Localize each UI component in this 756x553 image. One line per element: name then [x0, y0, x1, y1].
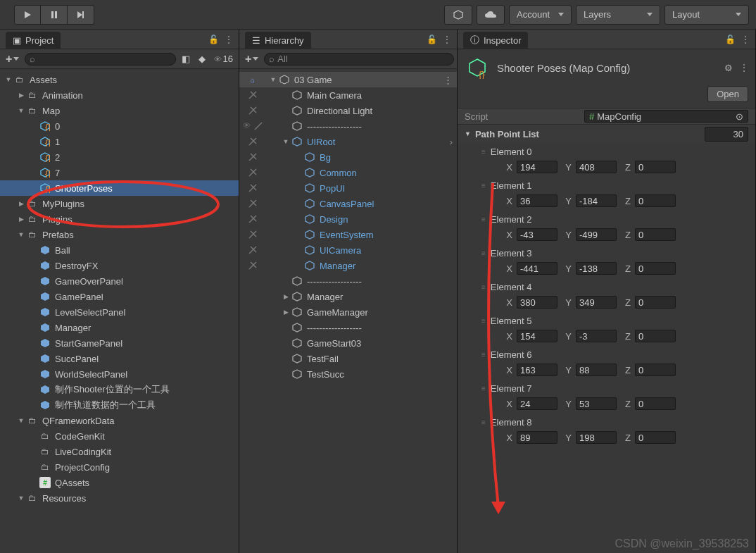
visibility-gutter[interactable] — [239, 90, 266, 100]
hierarchy-item[interactable]: CanvasPanel — [266, 196, 457, 211]
x-input[interactable] — [517, 431, 557, 444]
project-item[interactable]: 🗀Map — [0, 103, 239, 118]
project-item[interactable]: #QAssets — [0, 475, 239, 490]
project-item[interactable]: 🗀Plugins — [0, 211, 239, 227]
y-input[interactable] — [576, 364, 617, 376]
hierarchy-item[interactable]: GameStart03 — [266, 335, 457, 351]
visibility-gutter[interactable] — [239, 168, 266, 178]
x-input[interactable] — [517, 262, 557, 275]
visibility-gutter[interactable] — [239, 261, 266, 271]
object-picker-icon[interactable]: ⊙ — [736, 111, 743, 122]
z-input[interactable] — [635, 296, 676, 309]
hierarchy-item[interactable]: ------------------ — [266, 273, 457, 289]
project-item[interactable]: Ball — [0, 242, 239, 258]
script-object-field[interactable]: #MapConfig ⊙ — [584, 110, 748, 123]
x-input[interactable] — [517, 330, 557, 342]
visibility-gutter[interactable] — [239, 106, 266, 116]
hierarchy-item[interactable]: Manager — [266, 289, 457, 304]
visibility-gutter[interactable] — [239, 183, 266, 193]
play-button[interactable] — [14, 5, 41, 25]
filter-type-icon[interactable]: ◧ — [179, 54, 193, 64]
x-input[interactable] — [517, 194, 557, 207]
chevron-right-icon[interactable]: › — [450, 137, 453, 147]
y-input[interactable] — [576, 161, 617, 173]
y-input[interactable] — [576, 262, 617, 275]
visibility-gutter[interactable] — [239, 245, 266, 255]
y-input[interactable] — [576, 296, 617, 309]
context-menu-icon[interactable]: ⋮ — [740, 63, 748, 73]
hierarchy-item[interactable]: EventSystem — [266, 227, 457, 242]
project-item[interactable]: GameOverPanel — [0, 273, 239, 289]
x-input[interactable] — [517, 364, 557, 376]
hierarchy-item[interactable]: Directional Light — [266, 103, 457, 118]
hierarchy-item[interactable]: ------------------ — [266, 118, 457, 134]
layout-dropdown[interactable]: Layout — [664, 5, 749, 25]
drag-handle-icon[interactable]: ≡ — [481, 148, 486, 156]
hierarchy-item[interactable]: TestFail — [266, 351, 457, 366]
tree-arrow[interactable] — [282, 293, 290, 300]
project-item[interactable]: DestroyFX — [0, 258, 239, 273]
project-item[interactable]: 🗀LiveCodingKit — [0, 444, 239, 459]
hierarchy-item[interactable]: UICamera — [266, 242, 457, 258]
tree-arrow[interactable] — [17, 92, 25, 99]
layers-dropdown[interactable]: Layers — [576, 5, 660, 25]
project-item[interactable]: 🗀Resources — [0, 490, 239, 506]
z-input[interactable] — [635, 431, 676, 444]
project-search[interactable]: ⌕ — [25, 53, 175, 66]
project-item[interactable]: 🗀MyPlugins — [0, 196, 239, 211]
z-input[interactable] — [635, 194, 676, 207]
open-button[interactable]: Open — [707, 86, 748, 102]
project-item[interactable]: {}7 — [0, 165, 239, 180]
tree-arrow[interactable] — [17, 200, 25, 207]
visibility-gutter[interactable] — [239, 214, 266, 224]
tree-arrow[interactable] — [4, 76, 13, 83]
project-item[interactable]: Manager — [0, 320, 239, 335]
hierarchy-item[interactable]: ------------------ — [266, 320, 457, 335]
z-input[interactable] — [635, 397, 676, 410]
project-item[interactable]: {}ShooterPoses — [0, 180, 239, 196]
project-item[interactable]: 🗀CodeGenKit — [0, 428, 239, 444]
tree-arrow[interactable] — [282, 309, 290, 316]
list-foldout-arrow[interactable]: ▼ — [465, 130, 471, 137]
account-dropdown[interactable]: Account — [509, 5, 572, 25]
drag-handle-icon[interactable]: ≡ — [481, 249, 486, 257]
project-item[interactable]: {}2 — [0, 149, 239, 165]
visibility-gutter[interactable]: 👁 — [239, 121, 266, 131]
y-input[interactable] — [576, 431, 617, 444]
menu-icon[interactable]: ⋮ — [443, 35, 451, 44]
hierarchy-item[interactable]: 03 Game⋮ — [266, 72, 457, 87]
hierarchy-item[interactable]: Design — [266, 211, 457, 227]
project-item[interactable]: 🗀Prefabs — [0, 227, 239, 242]
project-item[interactable]: GamePanel — [0, 289, 239, 304]
z-input[interactable] — [635, 330, 676, 342]
hierarchy-search[interactable]: ⌕All — [264, 53, 454, 66]
project-item[interactable]: LevelSelectPanel — [0, 304, 239, 320]
visibility-gutter[interactable] — [239, 137, 266, 147]
z-input[interactable] — [635, 364, 676, 376]
hierarchy-item[interactable]: PopUI — [266, 180, 457, 196]
drag-handle-icon[interactable]: ≡ — [481, 351, 486, 359]
project-item[interactable]: 🗀ProjectConfig — [0, 459, 239, 475]
x-input[interactable] — [517, 228, 557, 241]
project-item[interactable]: {}1 — [0, 134, 239, 149]
project-tab[interactable]: ▣Project — [6, 32, 61, 49]
x-input[interactable] — [517, 397, 557, 410]
project-item[interactable]: 制作轨道数据的一个工具 — [0, 397, 239, 413]
project-item[interactable]: SuccPanel — [0, 351, 239, 366]
cloud-icon-button[interactable] — [477, 5, 505, 25]
project-item[interactable]: WorldSelectPanel — [0, 366, 239, 382]
hierarchy-item[interactable]: Manager — [266, 258, 457, 273]
z-input[interactable] — [635, 161, 676, 173]
project-item[interactable]: 🗀Assets — [0, 72, 239, 87]
menu-icon[interactable]: ⋮ — [741, 35, 750, 44]
drag-handle-icon[interactable]: ≡ — [481, 216, 486, 223]
visibility-gutter[interactable]: ⌂ — [239, 76, 266, 84]
pause-button[interactable] — [41, 5, 68, 25]
drag-handle-icon[interactable]: ≡ — [481, 317, 486, 325]
step-button[interactable] — [68, 5, 94, 25]
hierarchy-tree[interactable]: ⌂03 Game⋮Main CameraDirectional Light👁--… — [239, 69, 457, 553]
hidden-toggle[interactable]: 👁16 — [211, 54, 236, 64]
hierarchy-item[interactable]: Bg — [266, 149, 457, 165]
visibility-gutter[interactable] — [239, 152, 266, 162]
tree-arrow[interactable] — [17, 417, 25, 424]
